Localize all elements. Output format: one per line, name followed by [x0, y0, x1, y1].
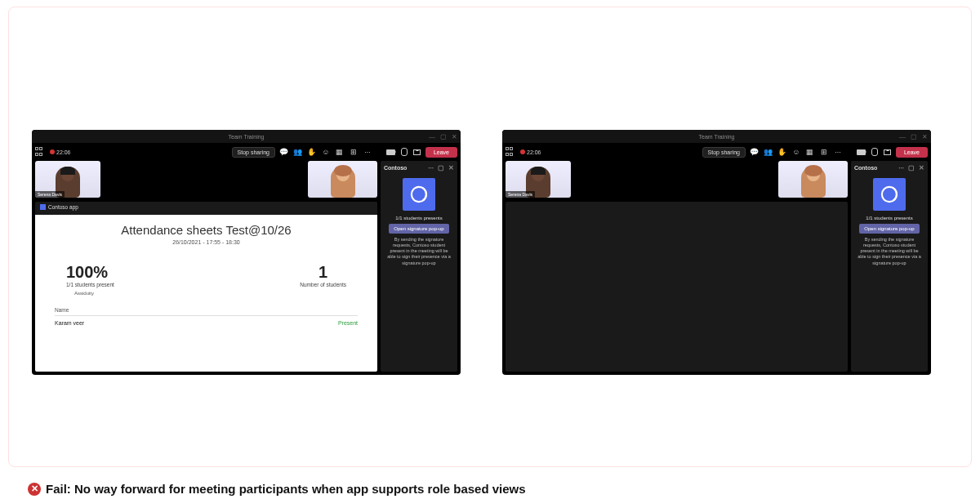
- rec-time: 22:06: [527, 149, 541, 155]
- panel-description: By sending the signature requests, Conto…: [384, 237, 454, 266]
- maximize-icon[interactable]: ▢: [440, 133, 447, 140]
- participant-name: Serena Davis: [35, 191, 65, 198]
- teams-window-organizer: Team Training — ▢ ✕ 22:06 Stop sharing 💬…: [32, 130, 461, 375]
- participant-tile[interactable]: Serena Davis: [506, 161, 571, 198]
- student-count: 1: [300, 263, 346, 282]
- rec-time: 22:06: [56, 149, 71, 155]
- share-icon[interactable]: [884, 149, 891, 155]
- rooms-icon[interactable]: ▦: [806, 148, 814, 156]
- right-toolbar-icons: [386, 148, 421, 156]
- contoso-logo: [403, 178, 435, 211]
- meeting-toolbar: 22:06 Stop sharing 💬 👥 ✋ ☺ ▦ ⊞ ··· Leave: [502, 143, 931, 161]
- recording-indicator: 22:06: [50, 149, 71, 155]
- participant-tile[interactable]: [778, 161, 848, 198]
- panel-description: By sending the signature requests, Conto…: [854, 237, 924, 266]
- close-icon[interactable]: ✕: [922, 133, 928, 140]
- record-dot-icon: [50, 149, 55, 154]
- fail-caption: ✕ Fail: No way forward for meeting parti…: [28, 482, 526, 496]
- stop-sharing-button[interactable]: Stop sharing: [232, 147, 275, 158]
- mic-icon[interactable]: [401, 148, 408, 156]
- window-controls: — ▢ ✕: [899, 133, 928, 140]
- maximize-icon[interactable]: ▢: [911, 133, 917, 140]
- leave-button[interactable]: Leave: [896, 147, 928, 158]
- fail-icon: ✕: [28, 483, 41, 496]
- avatar: [331, 167, 355, 198]
- example-frame: Team Training — ▢ ✕ 22:06 Stop sharing 💬…: [8, 7, 972, 467]
- attendance-sheet: Attendance sheets Test@10/26 26/10/2021 …: [35, 215, 377, 372]
- name-column-header: Name: [55, 307, 358, 316]
- more-icon[interactable]: ···: [834, 148, 842, 156]
- close-icon[interactable]: ✕: [452, 133, 457, 140]
- assiduity-percent: 100%: [66, 263, 114, 282]
- panel-more-icon[interactable]: ···: [898, 164, 904, 172]
- grid-icon[interactable]: [35, 147, 45, 157]
- panel-close-icon[interactable]: ✕: [448, 164, 454, 172]
- titlebar: Team Training — ▢ ✕: [502, 130, 931, 143]
- students-count: 1/1 students presents: [395, 216, 442, 221]
- shared-content: Contoso app Attendance sheets Test@10/26…: [35, 202, 377, 372]
- right-toolbar-icons: [857, 148, 891, 156]
- minimize-icon[interactable]: —: [429, 133, 435, 140]
- student-name: Karam veer: [55, 320, 84, 326]
- grid-icon[interactable]: [506, 147, 515, 157]
- participant-tile[interactable]: [308, 161, 377, 198]
- leave-button[interactable]: Leave: [425, 147, 457, 158]
- record-dot-icon: [520, 149, 525, 154]
- camera-icon[interactable]: [386, 149, 395, 155]
- panel-title: Contoso: [854, 165, 877, 171]
- minimize-icon[interactable]: —: [899, 133, 906, 140]
- assiduity-label: 1/1 students present: [66, 282, 114, 287]
- reactions-icon[interactable]: ☺: [792, 148, 800, 156]
- meeting-toolbar: 22:06 Stop sharing 💬 👥 ✋ ☺ ▦ ⊞ ··· Leave: [32, 143, 461, 161]
- people-icon[interactable]: 👥: [294, 148, 302, 156]
- avatar: [801, 167, 826, 198]
- rooms-icon[interactable]: ▦: [336, 148, 344, 156]
- video-strip: Serena Davis: [506, 161, 848, 198]
- teams-window-participant: Team Training — ▢ ✕ 22:06 Stop sharing 💬…: [502, 130, 931, 375]
- sheet-title: Attendance sheets Test@10/26: [55, 223, 358, 237]
- more-icon[interactable]: ···: [363, 148, 372, 156]
- camera-icon[interactable]: [857, 149, 866, 155]
- panel-close-icon[interactable]: ✕: [919, 164, 924, 172]
- chat-icon[interactable]: 💬: [751, 148, 759, 156]
- table-row: Karam veer Present: [55, 316, 358, 330]
- contoso-logo: [873, 178, 906, 211]
- students-count: 1/1 students presents: [866, 216, 912, 221]
- people-icon[interactable]: 👥: [764, 148, 773, 156]
- sheet-subtitle: 26/10/2021 - 17:55 - 18:30: [55, 239, 358, 245]
- open-signature-button[interactable]: Open signature pop-up: [389, 224, 448, 234]
- shared-content-empty: [506, 202, 848, 372]
- recording-indicator: 22:06: [520, 149, 541, 155]
- raise-hand-icon[interactable]: ✋: [308, 148, 316, 156]
- stop-sharing-button[interactable]: Stop sharing: [702, 147, 746, 158]
- panel-more-icon[interactable]: ···: [428, 164, 434, 172]
- participant-name: Serena Davis: [506, 191, 535, 198]
- app-tab[interactable]: Contoso app: [35, 202, 377, 212]
- mic-icon[interactable]: [871, 148, 878, 156]
- raise-hand-icon[interactable]: ✋: [778, 148, 786, 156]
- caption-text: Fail: No way forward for meeting partici…: [46, 482, 526, 496]
- apps-icon[interactable]: ⊞: [820, 148, 828, 156]
- app-side-panel: Contoso ···▢✕ 1/1 students presents Open…: [851, 161, 928, 372]
- center-toolbar-icons: 💬 👥 ✋ ☺ ▦ ⊞ ···: [280, 148, 372, 156]
- app-side-panel: Contoso ···▢✕ 1/1 students presents Open…: [381, 161, 457, 372]
- apps-icon[interactable]: ⊞: [350, 148, 358, 156]
- chat-icon[interactable]: 💬: [280, 148, 288, 156]
- student-status: Present: [338, 320, 358, 326]
- open-signature-button[interactable]: Open signature pop-up: [859, 224, 919, 234]
- reactions-icon[interactable]: ☺: [322, 148, 330, 156]
- panel-title: Contoso: [384, 165, 407, 171]
- panel-popout-icon[interactable]: ▢: [908, 164, 915, 172]
- window-title: Team Training: [699, 134, 735, 140]
- video-strip: Serena Davis: [35, 161, 377, 198]
- participant-tile[interactable]: Serena Davis: [35, 161, 100, 198]
- window-title: Team Training: [229, 134, 265, 140]
- app-tab-label: Contoso app: [48, 204, 78, 210]
- titlebar: Team Training — ▢ ✕: [32, 130, 461, 143]
- center-toolbar-icons: 💬 👥 ✋ ☺ ▦ ⊞ ···: [751, 148, 842, 156]
- student-count-label: Number of students: [300, 282, 346, 287]
- app-icon: [40, 204, 46, 210]
- assiduity-sub: Assiduity: [74, 291, 114, 296]
- share-icon[interactable]: [413, 149, 421, 155]
- panel-popout-icon[interactable]: ▢: [438, 164, 444, 172]
